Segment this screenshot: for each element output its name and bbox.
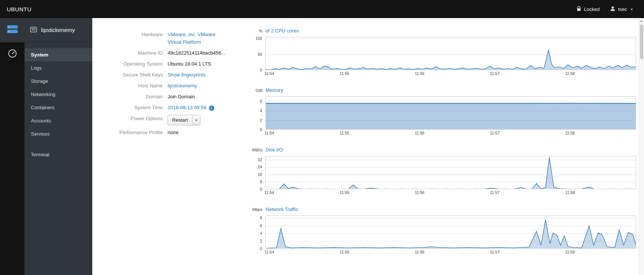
cpu-ytick: 0	[260, 68, 262, 72]
network-xtick: 11:54	[264, 250, 274, 254]
info-value: lipstickenemy	[168, 82, 197, 90]
sidebar-item-logs[interactable]: Logs	[24, 61, 92, 75]
info-value: Restart▾	[168, 115, 200, 125]
info-value: none	[168, 129, 179, 136]
disk-io-chart-body: 08162432	[243, 156, 642, 189]
system-info: HardwareVMware, Inc. VMware Virtual Plat…	[92, 28, 243, 275]
cpu-chart: %of 2 CPU cores05010011:5411:5511:5611:5…	[243, 28, 642, 76]
charts: %of 2 CPU cores05010011:5411:5511:5611:5…	[243, 28, 642, 275]
cpu-unit-label: %	[243, 29, 266, 33]
sidebar: lipstickenemy SystemLogsStorageNetworkin…	[24, 18, 92, 275]
disk-io-plot-svg	[266, 156, 636, 189]
sidebar-item-terminal[interactable]: Terminal	[24, 148, 92, 161]
memory-chart-head: GiBMemory	[243, 87, 642, 96]
sidebar-item-services[interactable]: Services	[24, 127, 92, 141]
memory-xtick: 11:57	[490, 131, 500, 135]
info-value: Ubuntu 18.04.1 LTS	[168, 60, 211, 68]
disk-io-title-link[interactable]: Disk I/O	[266, 147, 283, 153]
power-options-button[interactable]: Restart▾	[168, 115, 200, 125]
cpu-plot-svg	[266, 37, 636, 70]
network-xtick: 11:58	[565, 250, 575, 254]
cpu-xtick: 11:55	[340, 71, 349, 76]
cpu-ytick: 50	[258, 52, 262, 57]
secure-shell-keys-link[interactable]: Show fingerprints	[168, 72, 205, 78]
sidebar-item-system[interactable]: System	[24, 48, 92, 61]
host-name-link[interactable]: lipstickenemy	[168, 83, 197, 89]
cpu-y-axis: 050100	[243, 37, 266, 70]
locked-label: Locked	[584, 6, 600, 12]
memory-ytick: 0	[260, 127, 262, 132]
memory-ytick: 6	[260, 99, 262, 104]
memory-chart-body: 0246	[243, 96, 642, 130]
memory-unit-label: GiB	[243, 88, 266, 93]
info-row: Machine ID49c1822514114bacb456...	[107, 49, 243, 57]
cpu-title-link[interactable]: of 2 CPU cores	[266, 28, 299, 34]
disk-io-xtick: 11:57	[490, 190, 500, 195]
network-chart-head: MbpsNetwork Traffic	[243, 206, 642, 215]
info-row: System Time2018-08-13 09:58i	[107, 104, 243, 112]
info-label: Domain	[107, 93, 168, 101]
sidebar-item-storage[interactable]: Storage	[24, 75, 92, 88]
network-chart-body: 02468	[243, 215, 642, 249]
info-icon[interactable]: i	[209, 105, 214, 111]
system-time-link[interactable]: 2018-08-13 09:58	[168, 105, 206, 110]
main-content: HardwareVMware, Inc. VMware Virtual Plat…	[92, 18, 644, 275]
network-plot	[266, 215, 636, 249]
server-icon	[7, 24, 18, 36]
scrollbar-thumb[interactable]	[640, 24, 643, 59]
info-value: 2018-08-13 09:58i	[168, 104, 214, 112]
cpu-xtick: 11:54	[264, 71, 274, 76]
memory-xtick: 11:54	[264, 131, 274, 135]
info-label: Machine ID	[107, 49, 168, 57]
disk-io-plot	[266, 156, 636, 189]
network-ytick: 8	[260, 215, 262, 220]
user-label: tsec	[618, 6, 627, 12]
memory-plot-svg	[266, 96, 636, 130]
scrollbar[interactable]: ▲	[639, 18, 644, 275]
info-row: Power OptionsRestart▾	[107, 115, 243, 125]
host-icon	[30, 27, 37, 34]
dashboard-tab-button[interactable]	[0, 42, 24, 66]
user-menu[interactable]: tsec ▾	[610, 6, 633, 12]
memory-x-axis: 11:5411:5511:5611:5711:58	[266, 130, 636, 136]
network-ytick: 4	[260, 231, 262, 235]
disk-io-chart: MiB/sDisk I/O0816243211:5411:5511:5611:5…	[243, 147, 642, 195]
cpu-xtick: 11:57	[490, 71, 500, 76]
info-row: Performance Profilenone	[107, 129, 243, 136]
sidebar-item-networking[interactable]: Networking	[24, 88, 92, 101]
info-value: 49c1822514114bacb456...	[168, 49, 225, 57]
host-tab-button[interactable]	[0, 18, 24, 42]
memory-title-link[interactable]: Memory	[266, 87, 283, 93]
topbar: UBUNTU Locked tsec ▾	[0, 0, 644, 18]
lock-icon	[577, 6, 581, 12]
scrollbar-up-arrow[interactable]: ▲	[639, 18, 644, 24]
memory-chart: GiBMemory024611:5411:5511:5611:5711:58	[243, 87, 642, 136]
cpu-xtick: 11:56	[415, 71, 424, 76]
disk-io-xtick: 11:58	[565, 190, 575, 195]
locked-indicator[interactable]: Locked	[577, 6, 600, 12]
host-selector[interactable]: lipstickenemy	[24, 18, 92, 42]
info-value: Show fingerprints	[168, 71, 205, 79]
memory-xtick: 11:55	[340, 131, 349, 135]
power-options-caret-button[interactable]: ▾	[192, 115, 200, 125]
sidebar-item-accounts[interactable]: Accounts	[24, 114, 92, 127]
memory-xtick: 11:58	[565, 131, 575, 135]
info-row: Operating SystemUbuntu 18.04.1 LTS	[107, 60, 243, 68]
network-y-axis: 02468	[243, 215, 266, 249]
network-title-link[interactable]: Network Traffic	[266, 206, 298, 212]
info-row: Host Namelipstickenemy	[107, 82, 243, 90]
restart-button[interactable]: Restart	[168, 115, 192, 125]
disk-io-x-axis: 11:5411:5511:5611:5711:58	[266, 189, 636, 195]
network-xtick: 11:55	[340, 250, 349, 254]
info-label: Operating System	[107, 60, 168, 68]
info-label: Hardware	[107, 31, 168, 46]
cpu-ytick: 100	[255, 36, 262, 41]
app: UBUNTU Locked tsec ▾ lipst	[0, 0, 644, 275]
network-xtick: 11:56	[415, 250, 424, 254]
memory-ytick: 2	[260, 118, 262, 122]
info-label: System Time	[107, 104, 168, 112]
info-value: Join Domain	[168, 93, 195, 101]
disk-io-xtick: 11:54	[264, 190, 274, 195]
sidebar-item-containers[interactable]: Containers	[24, 101, 92, 114]
hardware-link[interactable]: VMware, Inc. VMware Virtual Platform	[168, 31, 229, 46]
